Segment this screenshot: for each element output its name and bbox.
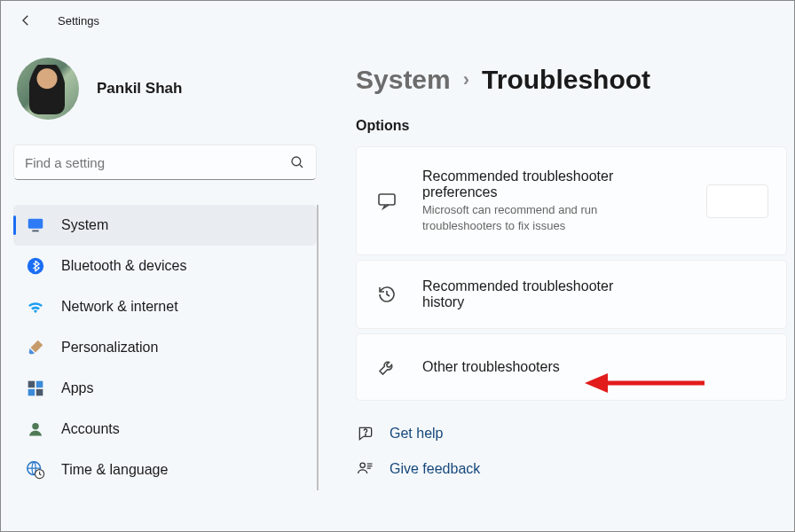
history-icon: [374, 282, 399, 307]
svg-marker-16: [585, 373, 608, 393]
back-button[interactable]: [13, 8, 38, 33]
sidebar-item-label: System: [61, 217, 108, 233]
sidebar-nav: System Bluetooth & devices Network & int…: [13, 205, 317, 490]
sidebar-item-personalization[interactable]: Personalization: [13, 327, 317, 368]
link-give-feedback[interactable]: Give feedback: [356, 459, 787, 479]
link-get-help[interactable]: Get help: [356, 424, 787, 443]
link-label[interactable]: Give feedback: [390, 461, 480, 477]
tile-dropdown[interactable]: [706, 184, 768, 218]
arrow-left-icon: [18, 12, 34, 28]
globe-clock-icon: [26, 460, 45, 480]
sidebar-item-label: Personalization: [61, 340, 158, 356]
sidebar-item-network[interactable]: Network & internet: [13, 286, 317, 327]
breadcrumb: System › Troubleshoot: [356, 65, 787, 95]
avatar: [17, 58, 79, 120]
wrench-icon: [374, 355, 399, 379]
svg-point-0: [292, 157, 301, 166]
profile-block[interactable]: Pankil Shah: [13, 49, 317, 145]
tile-recommended-preferences[interactable]: Recommended troubleshooter preferences M…: [356, 146, 787, 255]
svg-rect-1: [28, 219, 43, 229]
app-title: Settings: [58, 14, 99, 27]
sidebar-item-label: Bluetooth & devices: [61, 258, 186, 274]
wifi-icon: [26, 297, 45, 317]
search-input[interactable]: [25, 155, 289, 170]
svg-rect-3: [32, 231, 38, 232]
svg-rect-7: [28, 389, 35, 396]
tile-desc: Microsoft can recommend and run troubles…: [422, 202, 653, 233]
svg-rect-8: [36, 389, 43, 396]
tile-title: Recommended troubleshooter preferences: [422, 168, 653, 200]
search-box[interactable]: [13, 145, 317, 180]
bluetooth-icon: [26, 256, 45, 276]
grid-icon: [26, 379, 45, 398]
tile-title: Recommended troubleshooter history: [422, 278, 653, 310]
sidebar-item-label: Network & internet: [61, 299, 178, 315]
svg-rect-5: [28, 381, 35, 388]
chevron-right-icon: ›: [463, 68, 469, 91]
svg-point-14: [360, 463, 365, 467]
sidebar-item-apps[interactable]: Apps: [13, 368, 317, 409]
tile-other-troubleshooters[interactable]: Other troubleshooters: [356, 333, 787, 401]
svg-rect-6: [36, 381, 43, 388]
svg-point-13: [366, 434, 366, 435]
tile-troubleshooter-history[interactable]: Recommended troubleshooter history: [356, 260, 787, 329]
sidebar-item-bluetooth[interactable]: Bluetooth & devices: [13, 246, 317, 286]
search-icon: [289, 154, 305, 170]
breadcrumb-current: Troubleshoot: [482, 65, 650, 95]
feedback-icon: [356, 459, 375, 479]
svg-point-9: [32, 423, 39, 430]
brush-icon: [26, 338, 45, 357]
sidebar-item-accounts[interactable]: Accounts: [13, 409, 317, 450]
tile-title: Other troubleshooters: [422, 359, 560, 375]
breadcrumb-parent[interactable]: System: [356, 65, 451, 95]
annotation-arrow: [585, 370, 709, 396]
scrollbar[interactable]: [317, 205, 319, 490]
sidebar-item-label: Accounts: [61, 421, 120, 437]
monitor-icon: [26, 215, 45, 235]
sidebar-item-time-language[interactable]: Time & language: [13, 450, 317, 490]
help-icon: [356, 424, 375, 443]
user-name: Pankil Shah: [97, 80, 182, 98]
link-label[interactable]: Get help: [390, 426, 443, 442]
chat-bubble-icon: [374, 189, 399, 214]
section-title-options: Options: [356, 118, 787, 134]
person-icon: [26, 419, 45, 439]
sidebar-item-label: Time & language: [61, 462, 168, 478]
svg-rect-12: [379, 194, 395, 205]
sidebar-item-system[interactable]: System: [13, 205, 317, 246]
sidebar-item-label: Apps: [61, 380, 93, 396]
